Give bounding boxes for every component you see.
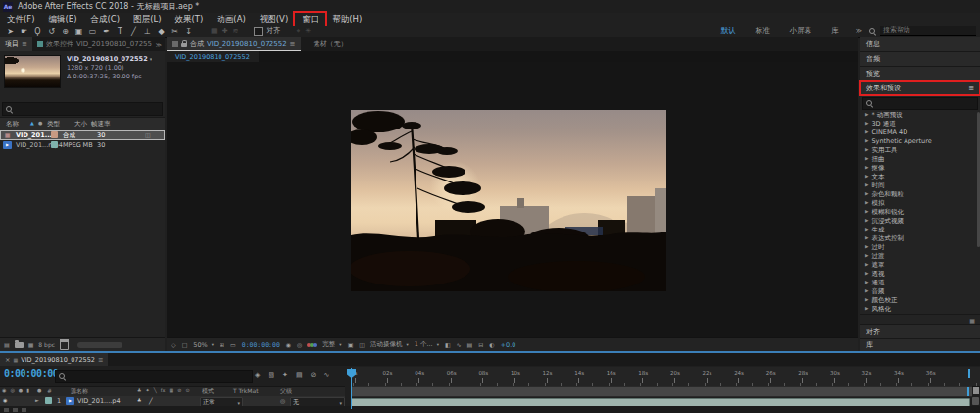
- label-color-swatch[interactable]: [51, 141, 58, 148]
- expand-triangle-icon[interactable]: [865, 163, 868, 172]
- expand-triangle-icon[interactable]: [865, 278, 868, 286]
- new-composition-button[interactable]: ▦: [28, 341, 34, 348]
- effect-category[interactable]: 风格化: [860, 304, 976, 313]
- menu-item[interactable]: 编辑(E): [42, 13, 84, 26]
- effect-category[interactable]: 音频: [860, 286, 976, 295]
- effect-category[interactable]: 实用工具: [860, 145, 976, 154]
- quality-switch[interactable]: ╱: [149, 397, 153, 404]
- effect-category[interactable]: 抠像: [860, 163, 976, 172]
- pen-tool[interactable]: ✒: [100, 26, 113, 37]
- project-row-footage[interactable]: ▶ VID_201...mp4 MPEG … MB 30: [0, 140, 165, 150]
- expand-triangle-icon[interactable]: [865, 154, 868, 163]
- interpret-footage-button[interactable]: ▤: [4, 341, 10, 348]
- eraser-tool[interactable]: ◆: [155, 26, 168, 37]
- timeline-nav-widget[interactable]: [973, 387, 979, 394]
- panel-overflow-icon[interactable]: ≫: [156, 41, 165, 48]
- label-color-swatch[interactable]: [51, 131, 58, 138]
- show-snapshot-icon[interactable]: ◎: [297, 341, 302, 348]
- shape-tool[interactable]: ▭: [86, 26, 99, 37]
- effect-category[interactable]: 3D 通道: [860, 119, 976, 128]
- expand-triangle-icon[interactable]: [865, 304, 868, 313]
- brush-tool[interactable]: ╱: [127, 26, 140, 37]
- expand-triangle-icon[interactable]: [865, 269, 868, 278]
- view-layout-dropdown[interactable]: 1 个... ▾: [415, 340, 439, 349]
- effect-category[interactable]: 透视: [860, 269, 976, 278]
- effect-category[interactable]: 过时: [860, 242, 976, 251]
- video-icon[interactable]: ◉: [2, 387, 6, 393]
- graph-editor-icon[interactable]: ∿: [323, 371, 329, 379]
- expand-triangle-icon[interactable]: [865, 216, 868, 225]
- visibility-eye-icon[interactable]: ◉: [3, 397, 7, 403]
- expand-triangle-icon[interactable]: [865, 198, 868, 207]
- timeline-search[interactable]: [55, 370, 253, 383]
- new-preset-folder-icon[interactable]: ▦: [969, 317, 975, 324]
- transparency-grid-icon[interactable]: ◫: [359, 341, 365, 348]
- workspace-tab[interactable]: 标准: [746, 26, 780, 36]
- expand-triangle-icon[interactable]: [865, 172, 868, 181]
- column-name[interactable]: 名称: [6, 120, 19, 129]
- panel-header[interactable]: 信息: [860, 37, 980, 52]
- timeline-button[interactable]: ▤: [467, 341, 473, 348]
- effect-category[interactable]: 沉浸式视频: [860, 216, 976, 225]
- effects-presets-header[interactable]: 效果和预设 ≡: [860, 81, 980, 95]
- motion-blur-icon[interactable]: ⊘: [177, 387, 181, 393]
- pickwhip-icon[interactable]: ◎: [280, 397, 285, 404]
- menu-item[interactable]: 动画(A): [210, 13, 252, 26]
- menu-item[interactable]: 合成(C): [84, 13, 127, 26]
- quality-icon[interactable]: ╲: [154, 387, 157, 393]
- column-parent[interactable]: 父级: [280, 387, 292, 396]
- expand-triangle-icon[interactable]: [865, 251, 868, 260]
- shy-layers-icon[interactable]: ✦: [282, 371, 288, 379]
- expand-triangle-icon[interactable]: [865, 128, 868, 136]
- column-framerate[interactable]: 帧速率: [91, 120, 111, 129]
- adjustment-icon[interactable]: ⊙: [185, 387, 189, 393]
- expand-triangle-icon[interactable]: [865, 286, 868, 295]
- workspace-tab[interactable]: 小屏幕: [780, 26, 822, 36]
- effect-category[interactable]: 模糊和锐化: [860, 207, 976, 216]
- menu-item[interactable]: 效果(T): [169, 13, 211, 26]
- workspace-tab[interactable]: 默认: [711, 26, 746, 36]
- magnification-dropdown[interactable]: 50% ▾: [193, 341, 214, 349]
- snap-checkbox[interactable]: [254, 27, 263, 36]
- frame-blend-icon[interactable]: ▦: [169, 387, 173, 393]
- effect-category[interactable]: * 动画预设: [860, 110, 976, 119]
- layer-label-swatch[interactable]: [45, 397, 52, 404]
- expand-arrow-icon[interactable]: ►: [35, 397, 39, 403]
- project-bit-depth[interactable]: 8 bpc: [38, 341, 55, 348]
- current-time-display[interactable]: 0:00:00:00: [4, 368, 58, 379]
- camera-tool[interactable]: ⊕: [59, 26, 72, 37]
- roi-icon[interactable]: ▣: [348, 341, 354, 348]
- motion-blur-icon[interactable]: ⊘: [311, 371, 317, 379]
- mask-visibility-icon[interactable]: ▭: [230, 341, 236, 348]
- composition-subtab[interactable]: VID_20190810_072552: [167, 51, 259, 62]
- panel-menu-icon[interactable]: ≡: [968, 84, 974, 92]
- effect-category[interactable]: 表达式控制: [860, 233, 976, 242]
- comp-mini-flowchart-icon[interactable]: ◈: [255, 371, 260, 379]
- effect-category[interactable]: 遮罩: [860, 260, 976, 269]
- lock-icon[interactable]: ▮: [26, 387, 29, 393]
- timeline-tab[interactable]: × ▦ VID_20190810_072552 ≡: [0, 353, 108, 366]
- 3d-view-dropdown[interactable]: 活动摄像机 ▾: [370, 340, 409, 349]
- fast-previews-icon[interactable]: ∿: [457, 341, 462, 348]
- menu-item[interactable]: 帮助(H): [325, 13, 368, 26]
- column-source-name[interactable]: 源名称: [71, 387, 88, 396]
- expand-triangle-icon[interactable]: [865, 136, 868, 145]
- help-search-input[interactable]: 搜索帮助: [880, 26, 976, 36]
- effects-search[interactable]: [862, 97, 978, 110]
- flowchart-button[interactable]: ⊟: [478, 341, 483, 348]
- type-tool[interactable]: T: [114, 26, 126, 37]
- solo-icon[interactable]: ●: [19, 387, 23, 393]
- tab-project[interactable]: 项目 ≡: [0, 37, 32, 51]
- menu-item[interactable]: 图层(L): [126, 13, 168, 26]
- horizontal-scrollbar[interactable]: [77, 342, 122, 348]
- expand-triangle-icon[interactable]: [865, 181, 868, 189]
- clone-stamp-tool[interactable]: ⊥: [141, 26, 154, 37]
- grid-guides-icon[interactable]: ⊞: [220, 341, 224, 348]
- effect-category[interactable]: 文本: [860, 172, 976, 181]
- snapshot-icon[interactable]: ◉: [286, 341, 291, 348]
- zoom-tool[interactable]: Ϙ: [31, 26, 44, 37]
- effect-category[interactable]: Synthetic Aperture: [860, 136, 976, 145]
- panel-menu-icon[interactable]: ≡: [22, 40, 27, 48]
- column-type[interactable]: 类型: [47, 120, 60, 129]
- panel-menu-icon[interactable]: ≡: [98, 356, 103, 364]
